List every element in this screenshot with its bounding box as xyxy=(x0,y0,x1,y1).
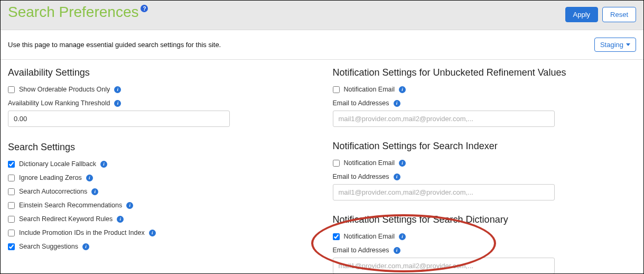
notif-dictionary-email-checkbox[interactable] xyxy=(333,233,340,240)
page-title-text: Search Preferences xyxy=(8,4,138,21)
notif-dictionary-heading: Notification Settings for Search Diction… xyxy=(333,214,637,225)
staging-dropdown[interactable]: Staging xyxy=(594,38,636,52)
reset-button[interactable]: Reset xyxy=(602,7,636,22)
availability-settings-heading: Availability Settings xyxy=(8,67,312,78)
info-icon[interactable]: i xyxy=(394,173,400,180)
info-icon[interactable]: i xyxy=(82,243,89,250)
info-icon[interactable]: i xyxy=(100,161,107,168)
search-setting-row: Include Promotion IDs in the Product Ind… xyxy=(8,229,312,236)
info-icon[interactable]: i xyxy=(86,175,93,181)
help-icon[interactable]: ? xyxy=(141,5,148,12)
search-setting-checkbox[interactable] xyxy=(8,175,15,181)
search-setting-label: Ignore Leading Zeros xyxy=(19,174,82,181)
orderable-only-label: Show Orderable Products Only xyxy=(19,86,110,93)
page-description: Use this page to manage essential guided… xyxy=(8,41,221,49)
info-icon[interactable]: i xyxy=(126,202,133,209)
notif-unbucketed-email-label: Notification Email xyxy=(344,86,395,93)
search-setting-row: Search Suggestionsi xyxy=(8,243,312,250)
info-icon[interactable]: i xyxy=(399,86,406,93)
info-icon[interactable]: i xyxy=(117,216,124,223)
info-icon[interactable]: i xyxy=(114,100,121,107)
notif-indexer-addresses-label: Email to Addresses xyxy=(333,173,389,180)
apply-button[interactable]: Apply xyxy=(565,7,599,22)
info-icon[interactable]: i xyxy=(399,160,406,167)
notif-indexer-heading: Notification Settings for Search Indexer xyxy=(333,141,637,152)
page-title: Search Preferences ? xyxy=(8,4,148,21)
notif-unbucketed-heading: Notification Settings for Unbucketed Ref… xyxy=(333,67,637,78)
info-icon[interactable]: i xyxy=(394,247,400,254)
info-icon[interactable]: i xyxy=(149,230,156,236)
search-setting-checkbox[interactable] xyxy=(8,216,15,223)
search-setting-checkbox[interactable] xyxy=(8,202,15,209)
search-setting-checkbox[interactable] xyxy=(8,230,15,236)
search-setting-checkbox[interactable] xyxy=(8,243,15,250)
chevron-down-icon xyxy=(626,43,630,46)
search-setting-label: Include Promotion IDs in the Product Ind… xyxy=(19,229,145,236)
search-setting-label: Search Suggestions xyxy=(19,243,78,250)
notif-indexer-email-checkbox[interactable] xyxy=(333,160,340,167)
search-settings-heading: Search Settings xyxy=(8,142,312,153)
search-setting-row: Einstein Search Recommendationsi xyxy=(8,202,312,209)
search-setting-label: Search Redirect Keyword Rules xyxy=(19,215,113,223)
info-icon[interactable]: i xyxy=(114,86,121,93)
notif-dictionary-addresses-input[interactable] xyxy=(333,258,555,274)
threshold-label: Availability Low Ranking Threshold xyxy=(8,99,110,107)
info-icon[interactable]: i xyxy=(91,188,98,195)
search-setting-label: Dictionary Locale Fallback xyxy=(19,160,96,168)
notif-indexer-email-label: Notification Email xyxy=(344,159,395,167)
search-setting-label: Einstein Search Recommendations xyxy=(19,202,122,209)
staging-label: Staging xyxy=(600,41,623,49)
search-setting-row: Dictionary Locale Fallbacki xyxy=(8,160,312,168)
search-setting-checkbox[interactable] xyxy=(8,161,15,168)
search-setting-row: Search Autocorrectionsi xyxy=(8,188,312,195)
notif-dictionary-email-label: Notification Email xyxy=(344,233,395,240)
info-icon[interactable]: i xyxy=(394,100,400,107)
notif-indexer-addresses-input[interactable] xyxy=(333,184,555,200)
search-setting-label: Search Autocorrections xyxy=(19,188,87,195)
notif-unbucketed-email-checkbox[interactable] xyxy=(333,86,340,93)
notif-dictionary-addresses-label: Email to Addresses xyxy=(333,246,389,254)
threshold-input[interactable] xyxy=(8,111,230,127)
info-icon[interactable]: i xyxy=(399,233,406,240)
orderable-only-checkbox[interactable] xyxy=(8,86,15,93)
notif-unbucketed-addresses-label: Email to Addresses xyxy=(333,99,389,107)
search-setting-row: Search Redirect Keyword Rulesi xyxy=(8,215,312,223)
search-setting-checkbox[interactable] xyxy=(8,188,15,195)
notif-unbucketed-addresses-input[interactable] xyxy=(333,111,555,127)
search-setting-row: Ignore Leading Zerosi xyxy=(8,174,312,181)
